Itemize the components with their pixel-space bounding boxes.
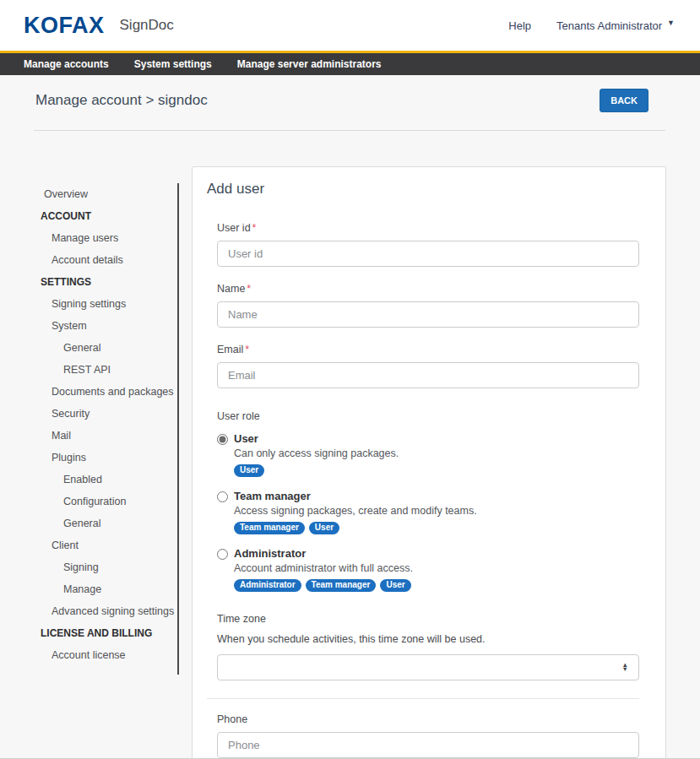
user-role-group: User role UserCan only access signing pa… (217, 410, 639, 592)
card-title: Add user (207, 181, 639, 198)
sidebar-item-security[interactable]: Security (0, 403, 177, 425)
sidebar-item-manage[interactable]: Manage (0, 578, 177, 600)
timezone-label: Time zone (217, 613, 639, 625)
role-name: Team manager (234, 490, 477, 503)
sidebar-item-rest-api[interactable]: REST API (0, 359, 177, 381)
role-option-user: UserCan only access signing packages.Use… (217, 432, 639, 477)
role-badge-user: User (380, 579, 410, 592)
nav-item-manage-server-administrators[interactable]: Manage server administrators (237, 58, 382, 70)
role-radio-user[interactable] (217, 434, 228, 445)
top-navbar: Manage accountsSystem settingsManage ser… (0, 53, 700, 75)
product-name: SignDoc (120, 17, 174, 34)
nav-item-system-settings[interactable]: System settings (134, 58, 212, 70)
settings-sidebar: OverviewACCOUNTManage usersAccount detai… (0, 183, 179, 675)
page-title-row: Manage account > signdoc BACK (0, 75, 700, 112)
user-id-field-group: User id* (217, 222, 639, 267)
user-menu-label: Tenants Administrator (556, 19, 662, 32)
user-menu[interactable]: Tenants Administrator ▼ (556, 19, 675, 32)
section-divider (207, 698, 639, 699)
required-marker: * (247, 283, 251, 295)
timezone-select[interactable]: ▲▼ (217, 654, 639, 680)
app-header: KOFAX SignDoc Help Tenants Administrator… (0, 0, 700, 51)
required-marker: * (252, 222, 257, 234)
role-badge-team-manager: Team manager (234, 522, 305, 534)
timezone-group: Time zone When you schedule activities, … (217, 613, 639, 680)
role-badge-team-manager: Team manager (306, 579, 377, 592)
role-name: User (234, 432, 399, 446)
kofax-logo: KOFAX (24, 14, 105, 37)
content-area: Manage account > signdoc BACK OverviewAC… (0, 75, 700, 759)
role-description: Account administrator with full access. (234, 561, 413, 575)
help-link[interactable]: Help (508, 19, 531, 32)
sidebar-item-plugins[interactable]: Plugins (0, 447, 177, 469)
required-marker: * (245, 344, 249, 355)
sidebar-item-advanced-signing-settings[interactable]: Advanced signing settings (0, 600, 177, 622)
user-id-input[interactable] (217, 241, 639, 267)
page-title: Manage account > signdoc (35, 89, 208, 109)
email-field-group: Email* (217, 344, 639, 388)
sidebar-item-enabled[interactable]: Enabled (0, 469, 177, 491)
sidebar-item-overview[interactable]: Overview (0, 183, 177, 205)
sidebar-item-signing-settings[interactable]: Signing settings (0, 293, 177, 315)
name-label: Name* (217, 283, 639, 295)
nav-item-manage-accounts[interactable]: Manage accounts (24, 58, 109, 70)
sidebar-item-client[interactable]: Client (0, 534, 177, 556)
role-description: Can only access signing packages. (234, 447, 399, 460)
timezone-help-text: When you schedule activities, this time … (217, 633, 639, 645)
sidebar-item-documents-and-packages[interactable]: Documents and packages (0, 381, 177, 403)
sidebar-item-general[interactable]: General (0, 512, 177, 534)
page: KOFAX SignDoc Help Tenants Administrator… (0, 0, 700, 759)
sidebar-item-manage-users[interactable]: Manage users (0, 227, 177, 249)
role-name: Administrator (234, 547, 413, 561)
role-badge-user: User (234, 464, 264, 477)
sidebar-section-settings: SETTINGS (0, 271, 177, 293)
sidebar-item-account-details[interactable]: Account details (0, 249, 177, 271)
email-input[interactable] (217, 362, 639, 388)
role-badge-user: User (309, 522, 339, 534)
sidebar-item-system[interactable]: System (0, 315, 177, 337)
role-badge-administrator: Administrator (234, 579, 301, 592)
role-description: Access signing packages, create and modi… (234, 504, 477, 518)
sidebar-item-signing[interactable]: Signing (0, 556, 177, 578)
user-id-label: User id* (217, 222, 639, 234)
sidebar-section-license-and-billing: LICENSE AND BILLING (0, 622, 177, 644)
role-radio-team-manager[interactable] (217, 491, 228, 502)
add-user-card: Add user User id* Name* Email* (192, 166, 666, 759)
phone-field-group: Phone (217, 713, 639, 758)
sidebar-item-general[interactable]: General (0, 337, 177, 359)
sidebar-item-configuration[interactable]: Configuration (0, 491, 177, 512)
role-option-team-manager: Team managerAccess signing packages, cre… (217, 490, 639, 534)
caret-down-icon: ▼ (667, 19, 675, 27)
phone-input[interactable] (217, 732, 639, 758)
sidebar-item-account-license[interactable]: Account license (0, 644, 177, 666)
phone-label: Phone (217, 713, 639, 725)
role-option-administrator: AdministratorAccount administrator with … (217, 547, 639, 592)
role-radio-administrator[interactable] (217, 549, 228, 560)
sidebar-section-account: ACCOUNT (0, 205, 177, 227)
select-updown-icon: ▲▼ (622, 664, 628, 671)
name-field-group: Name* (217, 283, 639, 328)
name-input[interactable] (217, 301, 639, 328)
sidebar-item-mail[interactable]: Mail (0, 425, 177, 447)
back-button[interactable]: BACK (600, 89, 648, 112)
email-label: Email* (217, 344, 639, 355)
user-role-label: User role (217, 410, 639, 422)
